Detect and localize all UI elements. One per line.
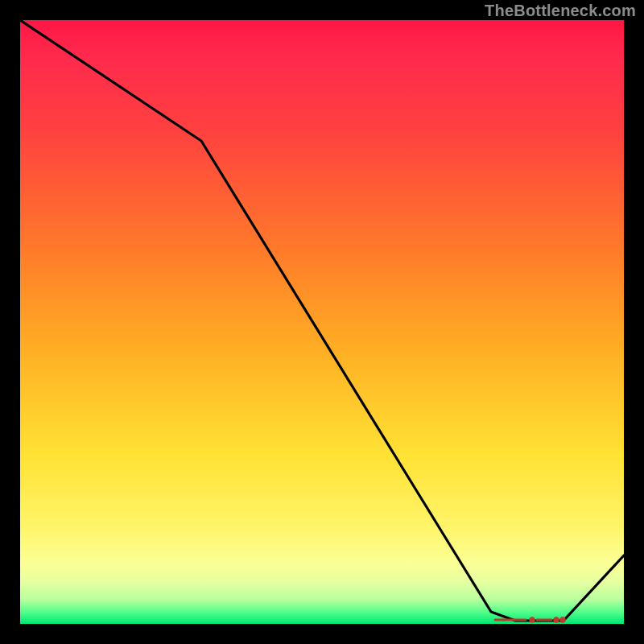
- plot-area: [20, 20, 624, 624]
- watermark-text: TheBottleneck.com: [485, 2, 636, 20]
- optimal-range-markers: [495, 618, 564, 621]
- svg-point-3: [530, 618, 534, 621]
- chart-frame: TheBottleneck.com: [0, 0, 644, 644]
- svg-point-5: [555, 618, 558, 621]
- bottleneck-curve: [20, 20, 624, 621]
- chart-overlay: [20, 20, 624, 624]
- svg-point-6: [561, 618, 564, 621]
